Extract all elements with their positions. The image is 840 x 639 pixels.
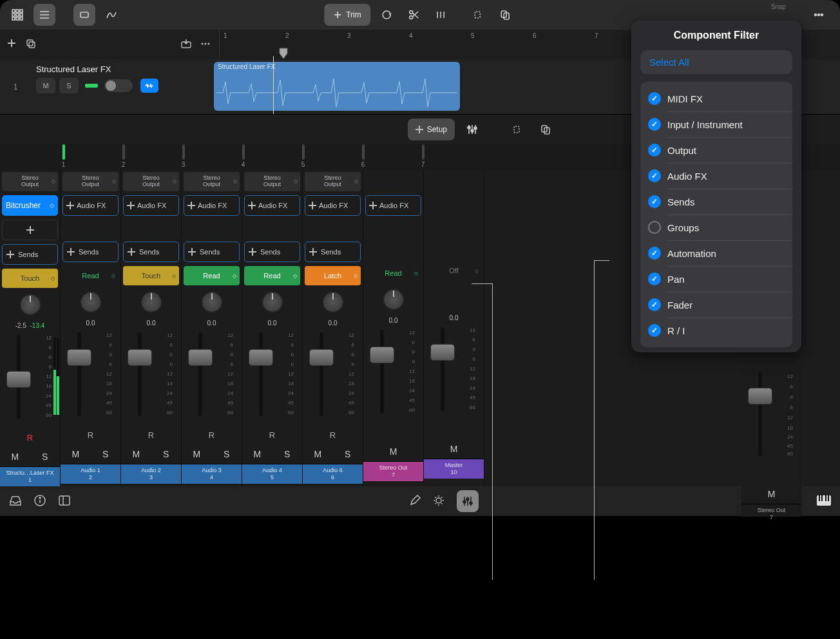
solo-button[interactable]: S <box>91 444 121 464</box>
record-enable-button[interactable] <box>424 420 484 439</box>
region-view-icon[interactable] <box>73 4 95 26</box>
add-audio-fx-button[interactable]: Audio FX <box>123 195 179 216</box>
info-icon[interactable] <box>33 494 46 509</box>
solo-button[interactable]: S <box>212 444 242 464</box>
add-audio-fx-button[interactable]: Audio FX <box>365 195 421 216</box>
pencil-icon[interactable] <box>409 495 421 508</box>
filter-option[interactable]: Input / Instrument <box>640 111 792 137</box>
mute-button[interactable]: M <box>741 484 801 504</box>
copy-mixer-icon[interactable] <box>506 119 528 140</box>
loop-icon[interactable] <box>376 4 397 26</box>
mute-button[interactable]: M <box>36 78 55 93</box>
solo-button[interactable]: S <box>333 444 363 464</box>
channel-label[interactable]: Audio 34 <box>182 464 242 484</box>
fader[interactable]: 126061218244560 <box>303 329 363 425</box>
add-send-button[interactable]: Sends <box>62 242 119 262</box>
channel-label[interactable]: Audio 66 <box>303 464 363 484</box>
fader[interactable]: 126061218244560 <box>0 331 60 428</box>
add-send-button[interactable]: Sends <box>2 244 58 265</box>
fader[interactable]: 126061218244560 <box>242 329 302 425</box>
add-audio-fx-button[interactable]: Audio FX <box>244 195 300 216</box>
channel-label[interactable]: Audio 45 <box>242 464 302 484</box>
automation-mode-select[interactable]: Read◇ <box>365 263 421 283</box>
mute-button[interactable]: M <box>424 439 484 459</box>
mixer-toggle-icon[interactable] <box>457 490 479 512</box>
channel-label[interactable]: Stereo Out7 <box>363 461 423 481</box>
pan-knob[interactable] <box>424 282 484 312</box>
filter-option[interactable]: Groups <box>640 215 792 240</box>
mute-button[interactable]: M <box>0 447 30 466</box>
checkbox-icon[interactable] <box>648 324 661 337</box>
filter-option[interactable]: Fader <box>640 292 792 318</box>
mute-button[interactable]: M <box>182 444 212 464</box>
solo-button[interactable]: S <box>30 447 61 466</box>
pan-knob[interactable] <box>242 287 302 317</box>
checkbox-icon[interactable] <box>648 144 661 157</box>
checkbox-icon[interactable] <box>648 195 661 208</box>
paste-icon[interactable] <box>494 4 516 26</box>
checkbox-icon[interactable] <box>648 169 661 182</box>
record-enable-button[interactable]: R <box>182 425 242 444</box>
fader[interactable]: 126061218244560 <box>121 329 181 425</box>
mute-button[interactable]: M <box>363 442 423 461</box>
automation-mode-select[interactable]: Latch◇ <box>305 266 361 285</box>
solo-button[interactable]: S <box>151 444 182 464</box>
copy-icon[interactable] <box>467 4 489 26</box>
add-send-button[interactable]: Sends <box>184 242 240 262</box>
setup-button[interactable]: Setup <box>408 119 455 140</box>
add-audio-fx-button[interactable]: Audio FX <box>184 195 240 216</box>
automation-mode-select[interactable]: Touch◇ <box>2 269 58 288</box>
channel-label[interactable]: Structu…Laser FX1 <box>0 466 60 486</box>
filter-option[interactable]: Automation <box>640 240 792 266</box>
mute-button[interactable]: M <box>303 444 333 464</box>
paste-mixer-icon[interactable] <box>535 119 557 140</box>
output-select[interactable]: StereoOutput◇ <box>62 172 119 191</box>
record-enable-button[interactable]: R <box>121 425 181 444</box>
pan-knob[interactable] <box>303 287 363 317</box>
select-all-button[interactable]: Select All <box>640 50 792 74</box>
filter-option[interactable]: Pan <box>640 266 792 292</box>
record-enable-button[interactable]: R <box>303 425 363 444</box>
add-track-icon[interactable] <box>8 39 18 50</box>
checkbox-icon[interactable] <box>648 92 661 105</box>
checkbox-icon[interactable] <box>648 247 661 260</box>
filter-option[interactable]: R / I <box>640 318 792 343</box>
more-icon[interactable] <box>808 4 830 26</box>
channel-label[interactable]: Audio 23 <box>121 464 181 484</box>
record-enable-button[interactable] <box>363 423 423 442</box>
pan-knob[interactable] <box>363 285 423 314</box>
volume-slider[interactable] <box>104 79 133 92</box>
keyboard-icon[interactable] <box>817 495 831 508</box>
track-header[interactable]: Structured Laser FX M S <box>31 59 214 114</box>
bitcrusher-fx[interactable]: Bitcrusher◇ <box>2 195 58 216</box>
pan-knob[interactable] <box>61 287 120 317</box>
checkbox-icon[interactable] <box>648 118 661 131</box>
filter-option[interactable]: Audio FX <box>640 163 792 189</box>
fader[interactable]: 126061218244560 <box>424 323 484 420</box>
waveform-icon[interactable] <box>140 79 158 93</box>
duplicate-track-icon[interactable] <box>26 39 36 51</box>
add-send-button[interactable]: Sends <box>123 242 179 262</box>
filter-option[interactable]: MIDI FX <box>640 86 792 111</box>
grid-view-icon[interactable] <box>6 4 28 26</box>
output-select[interactable]: StereoOutput◇ <box>244 172 300 191</box>
filter-option[interactable]: Output <box>640 137 792 163</box>
automation-mode-select[interactable]: Read◇ <box>62 266 119 285</box>
mute-button[interactable]: M <box>242 444 272 464</box>
add-audio-fx-button[interactable]: Audio FX <box>62 195 119 216</box>
record-enable-button[interactable]: R <box>0 428 60 447</box>
record-enable-button[interactable]: R <box>61 425 120 444</box>
add-audio-fx-button[interactable]: Audio FX <box>305 195 361 216</box>
quantize-icon[interactable] <box>430 4 452 26</box>
inbox-icon[interactable] <box>9 494 22 509</box>
solo-button[interactable]: S <box>59 78 79 93</box>
import-icon[interactable] <box>180 38 192 52</box>
checkbox-icon[interactable] <box>648 298 661 311</box>
output-select[interactable]: StereoOutput◇ <box>2 172 58 191</box>
checkbox-icon[interactable] <box>648 221 661 234</box>
audio-region[interactable]: Structured Laser FX <box>214 62 460 111</box>
checkbox-icon[interactable] <box>648 272 661 285</box>
track-more-icon[interactable] <box>200 38 211 52</box>
mute-button[interactable]: M <box>121 444 151 464</box>
output-select[interactable]: StereoOutput◇ <box>305 172 361 191</box>
